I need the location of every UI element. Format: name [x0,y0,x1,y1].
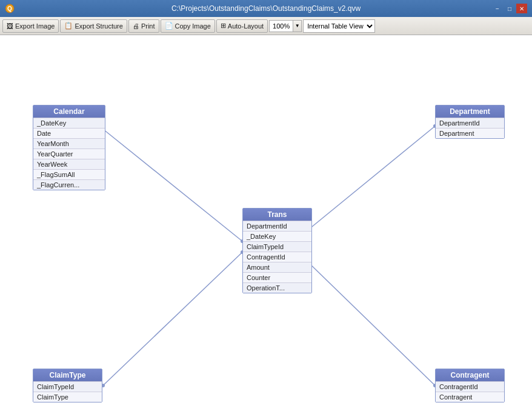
auto-layout-icon: ⊞ [221,22,226,30]
export-structure-label: Export Structure [75,22,122,30]
minimize-button[interactable]: − [492,4,503,13]
maximize-button[interactable]: □ [504,4,515,13]
contragent-table-header: Contragent [436,369,504,381]
trans-field-datekey: _DateKey [243,231,311,241]
export-image-button[interactable]: 🖼 Export Image [2,19,59,33]
svg-text:Q: Q [7,5,12,12]
auto-layout-button[interactable]: ⊞ Auto-Layout [216,19,268,33]
claimtype-table-header: ClaimType [33,369,102,381]
trans-field-amount: Amount [243,262,311,272]
contragent-table[interactable]: Contragent ContragentId Contragent [435,369,505,402]
auto-layout-label: Auto-Layout [228,22,264,30]
trans-field-claimtypeid: ClaimTypeId [243,241,311,252]
calendar-field-date: Date [33,128,105,138]
calendar-field-yearmonth: YearMonth [33,138,105,149]
contragent-field-id: ContragentId [436,381,504,392]
department-table-header: Department [436,105,504,118]
claimtype-table[interactable]: ClaimType ClaimTypeId ClaimType [33,369,102,402]
calendar-table-header: Calendar [33,105,105,118]
department-field-id: DepartmentId [436,118,504,128]
title-bar-left: Q [5,4,15,13]
zoom-input[interactable] [269,20,293,32]
copy-image-icon: 📄 [165,22,173,30]
calendar-field-flagsumall: _FlagSumAll [33,169,105,179]
print-button[interactable]: 🖨 Print [128,19,159,33]
trans-field-operationt: OperationT... [243,282,311,293]
calendar-field-yearquarter: YearQuarter [33,149,105,159]
svg-line-8 [103,252,242,386]
export-structure-button[interactable]: 📋 Export Structure [60,19,127,33]
calendar-field-yearweek: YearWeek [33,159,105,169]
svg-line-5 [309,126,435,229]
svg-line-11 [309,263,435,386]
app-icon: Q [5,4,15,13]
window-controls[interactable]: − □ ✕ [492,4,527,13]
print-label: Print [141,22,155,30]
print-icon: 🖨 [133,22,139,30]
trans-field-departmentid: DepartmentId [243,221,311,231]
trans-table[interactable]: Trans DepartmentId _DateKey ClaimTypeId … [242,208,312,293]
calendar-table[interactable]: Calendar _DateKey Date YearMonth YearQua… [33,105,105,190]
claimtype-field-id: ClaimTypeId [33,381,102,392]
department-field-name: Department [436,128,504,138]
contragent-field-name: Contragent [436,392,504,402]
trans-table-header: Trans [243,209,311,221]
canvas: Calendar _DateKey Date YearMonth YearQua… [0,35,532,414]
trans-field-contragentid: ContragentId [243,252,311,262]
zoom-dropdown-button[interactable]: ▼ [293,20,302,32]
claimtype-field-name: ClaimType [33,392,102,402]
export-structure-icon: 📋 [64,22,73,30]
export-image-icon: 🖼 [7,22,13,30]
window-title: C:\Projects\OutstandingClaims\Outstandin… [171,4,361,13]
calendar-field-datekey: _DateKey [33,118,105,128]
trans-field-counter: Counter [243,272,311,282]
svg-line-2 [103,129,242,241]
calendar-field-flagcurren: _FlagCurren... [33,179,105,190]
department-table[interactable]: Department DepartmentId Department [435,105,505,139]
export-image-label: Export Image [15,22,55,30]
zoom-control[interactable]: ▼ [269,20,302,32]
copy-image-label: Copy Image [175,22,211,30]
title-bar: Q C:\Projects\OutstandingClaims\Outstand… [0,0,532,17]
close-button[interactable]: ✕ [516,4,527,13]
copy-image-button[interactable]: 📄 Copy Image [161,19,215,33]
toolbar: 🖼 Export Image 📋 Export Structure 🖨 Prin… [0,17,532,35]
view-select[interactable]: Internal Table View Logical Table View [303,19,375,33]
